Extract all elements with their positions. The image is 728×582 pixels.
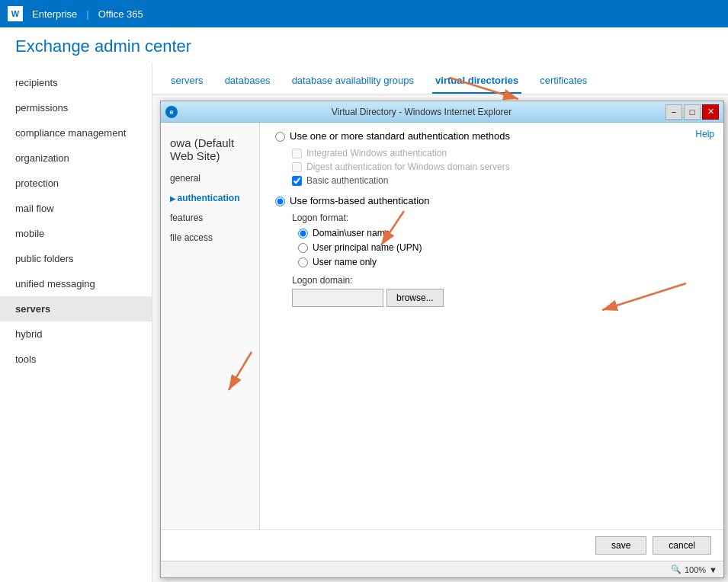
sidebar-item-compliance[interactable]: compliance management	[0, 120, 152, 146]
dialog-nav-features[interactable]: features	[161, 208, 259, 228]
sidebar: recipients permissions compliance manage…	[0, 62, 152, 582]
standard-auth-suboptions: Integrated Windows authentication Digest…	[292, 148, 708, 186]
separator: |	[86, 8, 88, 20]
sidebar-item-protection[interactable]: protection	[0, 171, 152, 196]
standard-auth-option: Use one or more standard authentication …	[275, 130, 708, 142]
ie-restore-button[interactable]: □	[684, 104, 701, 120]
browse-button[interactable]: browse...	[386, 289, 444, 307]
logon-format-label: Logon format:	[292, 213, 708, 223]
sidebar-item-mobile[interactable]: mobile	[0, 221, 152, 246]
zoom-label: 100%	[685, 565, 706, 574]
zoom-icon: 🔍	[671, 564, 681, 574]
domain-user-label: Domain\user name	[313, 228, 390, 238]
integrated-windows-label: Integrated Windows authentication	[306, 148, 447, 158]
logon-domain-label: Logon domain:	[292, 275, 708, 286]
logon-username-only-option: User name only	[298, 257, 708, 267]
dialog-window-title: owa (Default Web Site)	[161, 130, 259, 168]
main-content: servers databases database availability …	[152, 62, 728, 582]
sidebar-item-tools[interactable]: tools	[0, 347, 152, 372]
dialog-footer: save cancel	[161, 529, 723, 561]
app-title: Exchange admin center	[15, 37, 713, 56]
logon-domain-section: Logon domain: browse...	[275, 275, 708, 307]
forms-auth-option: Use forms-based authentication	[275, 195, 708, 206]
sidebar-item-recipients[interactable]: recipients	[0, 70, 152, 95]
domain-user-radio[interactable]	[298, 229, 308, 238]
sidebar-item-servers[interactable]: servers	[0, 296, 152, 321]
sidebar-item-unifiedmessaging[interactable]: unified messaging	[0, 271, 152, 296]
ie-title: Virtual Directory - Windows Internet Exp…	[182, 107, 661, 117]
integrated-windows-checkbox[interactable]	[292, 149, 302, 158]
nav-tabs: servers databases database availability …	[152, 62, 728, 94]
ie-statusbar: 🔍 100% ▼	[161, 561, 723, 577]
username-only-radio[interactable]	[298, 257, 308, 267]
upn-label: User principal name (UPN)	[313, 242, 422, 253]
sidebar-item-hybrid[interactable]: hybrid	[0, 321, 152, 347]
basic-auth-option: Basic authentication	[292, 175, 708, 186]
tab-dag[interactable]: database availability groups	[289, 69, 417, 94]
forms-auth-section: Use forms-based authentication Logon for…	[275, 195, 708, 307]
dialog-nav-fileaccess[interactable]: file access	[161, 228, 259, 248]
upn-radio[interactable]	[298, 243, 308, 253]
dialog-content: Help Use one or more standard authentica…	[260, 123, 723, 529]
digest-checkbox[interactable]	[292, 162, 302, 172]
app-logo: W	[8, 6, 23, 21]
ie-controls: − □ ✕	[665, 104, 719, 120]
digest-option: Digest authentication for Windows domain…	[292, 161, 708, 172]
ie-titlebar: e Virtual Directory - Windows Internet E…	[161, 101, 723, 123]
dialog-nav-authentication[interactable]: authentication	[161, 188, 259, 208]
logon-domain-inputs: browse...	[292, 289, 708, 307]
sidebar-item-organization[interactable]: organization	[0, 146, 152, 171]
logon-upn-option: User principal name (UPN)	[298, 242, 708, 253]
enterprise-label: Enterprise	[32, 8, 77, 20]
integrated-windows-option: Integrated Windows authentication	[292, 148, 708, 158]
sidebar-item-publicfolders[interactable]: public folders	[0, 246, 152, 271]
app-header: Exchange admin center	[0, 27, 728, 62]
top-bar: W Enterprise | Office 365	[0, 0, 728, 27]
tab-servers[interactable]: servers	[168, 69, 207, 94]
ie-icon: e	[165, 106, 178, 118]
forms-auth-label: Use forms-based authentication	[290, 195, 430, 206]
save-button[interactable]: save	[595, 536, 646, 555]
ie-window: e Virtual Directory - Windows Internet E…	[160, 101, 724, 578]
standard-auth-label: Use one or more standard authentication …	[290, 130, 510, 142]
sidebar-item-permissions[interactable]: permissions	[0, 95, 152, 120]
dialog-sidebar: owa (Default Web Site) general authentic…	[161, 123, 260, 529]
logon-domain-input[interactable]	[292, 289, 383, 307]
ie-body: owa (Default Web Site) general authentic…	[161, 123, 723, 529]
logon-domain-user-option: Domain\user name	[298, 228, 708, 238]
digest-label: Digest authentication for Windows domain…	[306, 161, 510, 172]
tab-certificates[interactable]: certificates	[537, 69, 590, 94]
basic-auth-checkbox[interactable]	[292, 176, 302, 186]
office365-label: Office 365	[98, 8, 143, 20]
ie-close-button[interactable]: ✕	[702, 104, 719, 120]
forms-auth-radio[interactable]	[275, 197, 285, 206]
username-only-label: User name only	[313, 257, 377, 267]
tab-databases[interactable]: databases	[222, 69, 274, 94]
ie-minimize-button[interactable]: −	[665, 104, 682, 120]
dialog-nav-general[interactable]: general	[161, 168, 259, 188]
basic-auth-label: Basic authentication	[306, 175, 388, 186]
cancel-button[interactable]: cancel	[653, 536, 711, 555]
tab-virtualdirs[interactable]: virtual directories	[432, 69, 521, 94]
zoom-dropdown-icon[interactable]: ▼	[709, 565, 717, 574]
sidebar-item-mailflow[interactable]: mail flow	[0, 196, 152, 221]
standard-auth-radio[interactable]	[275, 132, 285, 142]
help-link[interactable]: Help	[695, 129, 714, 139]
